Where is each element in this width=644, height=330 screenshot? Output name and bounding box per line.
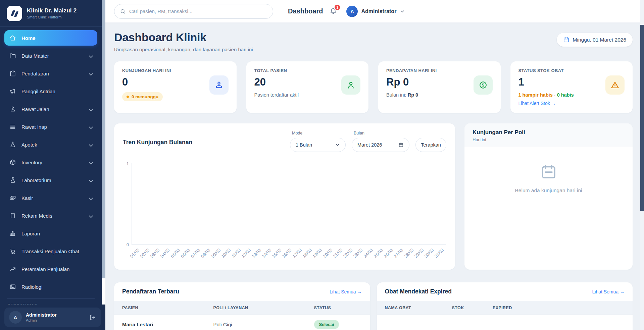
table-header-row: PASIEN POLI / LAYANAN STATUS (114, 301, 370, 315)
sidebar-item-label: Rawat Jalan (21, 106, 49, 112)
chevron-down-icon (88, 53, 92, 58)
flask-icon (9, 177, 16, 183)
chevron-down-icon (88, 142, 92, 147)
logout-icon[interactable] (89, 314, 96, 321)
mode-select[interactable]: 1 Bulan (290, 138, 346, 152)
sidebar-item-apotek[interactable]: Apotek (4, 137, 97, 152)
expired-see-all-link[interactable]: Lihat Semua → (592, 289, 625, 294)
user-name: Administrator (26, 312, 57, 318)
search-input[interactable] (129, 8, 267, 14)
waiting-badge-text: 0 menunggu (132, 94, 158, 99)
y-tick: 0 (127, 242, 129, 247)
mode-select-value: 1 Bulan (296, 142, 312, 148)
chevron-down-icon (88, 124, 92, 129)
pendaftaran-card: Pendaftaran Terbaru Lihat Semua → PASIEN… (114, 282, 370, 330)
x-tick-label: 31/03 (434, 248, 445, 259)
sidebar-scrollbar-thumb[interactable] (102, 0, 105, 278)
sidebar-scrollbar[interactable] (102, 0, 105, 305)
stok-ok-text: 0 habis (557, 92, 574, 98)
home-icon (9, 35, 16, 41)
sidebar-item-label: Transaksi Penjualan Obat (21, 249, 79, 254)
sidebar-item-rekam-medis[interactable]: Rekam Medis (4, 208, 97, 223)
window-scrollbar[interactable] (640, 0, 644, 330)
column-header: STOK (452, 306, 493, 310)
x-tick-label: 19/03 (312, 248, 323, 259)
sidebar-item-label: Home (21, 35, 36, 41)
user-role: Admin (26, 318, 57, 322)
chart-plot-area: 1 0 (123, 163, 446, 245)
sidebar-item-panggil-antrian[interactable]: Panggil Antrian (4, 84, 97, 99)
app-tagline: Smart Clinic Platform (27, 15, 77, 19)
search-input-wrapper[interactable] (114, 4, 273, 19)
bulan-label: Bulan (354, 131, 409, 135)
cube-icon (9, 159, 16, 166)
sidebar-item-label: Data Master (21, 53, 49, 59)
x-tick-label: 12/03 (241, 248, 252, 259)
poli-card-title: Kunjungan Per Poli (473, 129, 625, 136)
sidebar-divider (7, 298, 95, 299)
stat-label: STATUS STOK OBAT (518, 68, 625, 73)
column-header: POLI / LAYANAN (213, 306, 314, 310)
sidebar-item-label: Laporan (21, 231, 40, 236)
cash-icon (9, 195, 16, 201)
stat-card-pendapatan: PENDAPATAN HARI INI Rp 0 Bulan ini: Rp 0… (378, 61, 501, 113)
sidebar-item-rawat-inap[interactable]: Rawat Inap (4, 119, 97, 134)
x-tick-label: 02/03 (139, 248, 150, 259)
sidebar-item-peramalan-penjualan[interactable]: Peramalan Penjualan (4, 261, 97, 277)
month-input-value: Maret 2026 (357, 142, 382, 148)
pendaftaran-see-all-link[interactable]: Lihat Semua → (330, 289, 362, 294)
sidebar-item-label: Panggil Antrian (21, 89, 55, 94)
sidebar-item-transaksi-penjualan-obat[interactable]: Transaksi Penjualan Obat (4, 243, 97, 259)
user-menu[interactable]: A Administrator (346, 6, 405, 17)
sidebar-item-inventory[interactable]: Inventory (4, 155, 97, 170)
sidebar-item-laporan[interactable]: Laporan (4, 226, 97, 241)
month-input[interactable]: Maret 2026 (352, 138, 409, 152)
page-head: Dashboard Klinik Ringkasan operasional, … (114, 29, 633, 52)
avatar: A (9, 311, 22, 324)
stat-label: TOTAL PASIEN (254, 68, 361, 73)
cart-icon (9, 248, 16, 255)
sidebar-item-data-master[interactable]: Data Master (4, 48, 97, 63)
month-picker-icon[interactable] (398, 142, 404, 148)
sidebar-item-radiologi[interactable]: Radiologi (4, 279, 97, 294)
chevron-down-icon (88, 107, 92, 111)
clinic-logo (7, 6, 22, 21)
x-tick-label: 06/03 (180, 248, 191, 259)
avatar: A (346, 6, 358, 17)
x-tick-label: 16/03 (281, 248, 293, 259)
window-scrollbar-thumb[interactable] (640, 25, 644, 211)
column-header: NAMA OBAT (385, 306, 452, 310)
x-tick-label: 26/03 (383, 248, 394, 259)
apply-button[interactable]: Terapkan (415, 138, 446, 152)
chevron-down-icon (88, 178, 92, 182)
sidebar-item-pendaftaran[interactable]: Pendaftaran (4, 66, 97, 81)
x-tick-label: 23/03 (352, 248, 364, 259)
topbar: Dashboard 1 A Administrator (105, 0, 640, 23)
pendaftaran-card-header: Pendaftaran Terbaru Lihat Semua → (114, 282, 370, 301)
sidebar-item-laboratorium[interactable]: Laboratorium (4, 172, 97, 188)
content: Dashboard Klinik Ringkasan operasional, … (105, 23, 640, 330)
sidebar-item-label: Inventory (21, 160, 42, 165)
main-area: Dashboard 1 A Administrator Dashboard Kl… (105, 0, 640, 330)
app-title: Klinik Dr. Maizul 2 (27, 7, 77, 14)
stok-alert-link[interactable]: Lihat Alert Stok → (518, 101, 556, 106)
notifications-button[interactable]: 1 (330, 7, 338, 15)
sidebar-item-kasir[interactable]: Kasir (4, 190, 97, 206)
x-tick-label: 30/03 (424, 248, 435, 259)
mode-label: Mode (292, 131, 346, 135)
chevron-down-icon (88, 196, 92, 200)
sidebar-item-home[interactable]: Home (4, 30, 97, 46)
x-tick-label: 08/03 (200, 248, 211, 259)
trending-up-icon (9, 266, 16, 272)
x-tick-label: 05/03 (169, 248, 181, 259)
x-tick-label: 17/03 (291, 248, 303, 259)
sidebar-user-card[interactable]: A Administrator Admin (4, 308, 101, 327)
sidebar-item-label: Laboratorium (21, 177, 51, 183)
sidebar: Klinik Dr. Maizul 2 Smart Clinic Platfor… (0, 0, 105, 330)
stat-card-kunjungan: KUNJUNGAN HARI INI 0 0 menunggu (114, 61, 237, 113)
warning-icon (610, 80, 620, 90)
sidebar-item-rawat-jalan[interactable]: Rawat Jalan (4, 101, 97, 117)
poli-card-subtitle: Hari ini (473, 137, 625, 142)
sidebar-item-label: Rekam Medis (21, 213, 52, 219)
sidebar-item-label: Rawat Inap (21, 124, 47, 130)
